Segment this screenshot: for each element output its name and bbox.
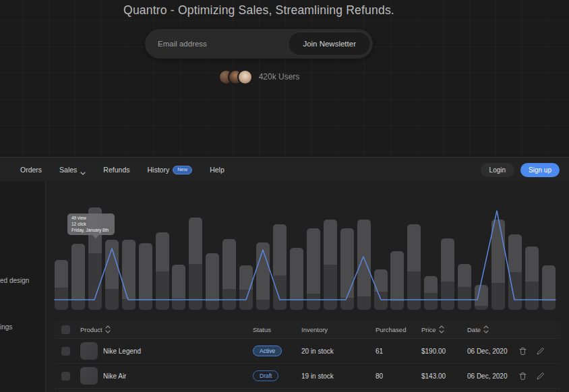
users-count-label: 420k Users (259, 72, 300, 81)
table-row: Nike LegendActive20 in stock61$190.0006 … (55, 339, 560, 364)
inventory-cell: 19 in stock (301, 372, 376, 380)
nav-item-label: Orders (20, 166, 42, 174)
nav-item-sales[interactable]: Sales (59, 166, 86, 174)
column-header-label: Price (421, 326, 436, 333)
column-header-label: Status (253, 326, 271, 333)
column-header-date[interactable]: Date (467, 325, 518, 335)
column-header-purchased: Purchased (376, 326, 421, 333)
signup-button[interactable]: Sign up (520, 163, 560, 177)
sort-icon[interactable] (105, 325, 111, 335)
nav-item-label: Sales (59, 166, 77, 174)
tooltip-date: Friday, January 8th (71, 228, 111, 234)
select-all-checkbox[interactable] (61, 325, 70, 334)
price-cell: $143.00 (421, 372, 467, 380)
nav-item-history[interactable]: HistoryNew (147, 166, 192, 174)
header-cell-checkbox (55, 325, 80, 334)
column-header-label: Purchased (376, 326, 406, 333)
navbar: OrdersSalesRefundsHistoryNewHelp Login S… (0, 157, 569, 182)
column-header-status: Status (253, 326, 301, 333)
nav-items: OrdersSalesRefundsHistoryNewHelp (20, 166, 224, 174)
sidebar-clipped-text: ed design (0, 277, 29, 284)
nav-item-refunds[interactable]: Refunds (103, 166, 129, 174)
product-cell: Nike Air (80, 367, 253, 385)
products-table: ProductStatusInventoryPurchasedPriceDate… (55, 321, 560, 392)
row-checkbox[interactable] (61, 347, 70, 356)
inventory-cell: 20 in stock (301, 348, 376, 355)
social-proof: 420k Users (0, 68, 518, 86)
column-header-inventory: Inventory (301, 326, 376, 333)
row-checkbox-cell (55, 347, 80, 356)
status-cell: Draft (253, 370, 301, 381)
column-header-label: Product (80, 326, 102, 333)
login-button[interactable]: Login (481, 163, 514, 177)
avatar-stack (218, 69, 253, 85)
status-badge: Active (253, 346, 282, 356)
status-badge: Draft (253, 370, 278, 381)
table-body: Nike LegendActive20 in stock61$190.0006 … (55, 339, 560, 389)
join-newsletter-button[interactable]: Join Newsletter (288, 32, 371, 56)
sort-icon[interactable] (483, 325, 489, 335)
nav-item-orders[interactable]: Orders (20, 166, 42, 174)
left-sidebar: ed design ings (0, 182, 46, 392)
dashboard-main: 49 view 12 click Friday, January 8th Pro… (46, 182, 569, 392)
edit-icon[interactable] (536, 372, 545, 381)
table-header-row: ProductStatusInventoryPurchasedPriceDate (55, 321, 560, 339)
date-cell: 06 Dec, 2020 (467, 348, 518, 355)
nav-item-help[interactable]: Help (210, 166, 224, 174)
nav-item-label: Help (210, 166, 224, 174)
sidebar-clipped-text: ings (0, 323, 12, 331)
column-header-price[interactable]: Price (421, 325, 467, 335)
row-checkbox[interactable] (61, 372, 70, 381)
purchased-cell: 80 (376, 372, 421, 380)
delete-icon[interactable] (518, 347, 527, 356)
dashboard-section: ed design ings 49 view 12 click Friday, … (0, 182, 569, 392)
column-header-label: Date (467, 326, 481, 333)
product-thumbnail (80, 367, 98, 385)
date-cell: 06 Dec, 2020 (467, 372, 518, 380)
edit-icon[interactable] (536, 347, 545, 356)
new-badge: New (173, 166, 192, 174)
status-cell: Active (253, 346, 301, 356)
product-name: Nike Legend (103, 348, 141, 355)
tooltip-clicks: 12 click (71, 222, 111, 228)
table-partial-row (55, 389, 560, 392)
chart-line (55, 189, 556, 310)
product-thumbnail (80, 342, 98, 360)
price-cell: $190.00 (421, 348, 467, 355)
column-header-product[interactable]: Product (80, 325, 253, 335)
analytics-chart: 49 view 12 click Friday, January 8th (55, 189, 556, 310)
hero-section: Quantro - Optimizing Sales, Streamlining… (0, 0, 569, 157)
sort-icon[interactable] (439, 325, 444, 335)
avatar (237, 69, 253, 85)
nav-right: Login Sign up (481, 163, 560, 177)
nav-item-label: History (147, 166, 169, 174)
purchased-cell: 61 (376, 348, 421, 355)
row-checkbox-cell (55, 372, 80, 381)
page-title: Quantro - Optimizing Sales, Streamlining… (0, 3, 518, 18)
table-row: Nike AirDraft19 in stock80$143.0006 Dec,… (55, 364, 560, 389)
newsletter-form: Join Newsletter (145, 29, 373, 59)
nav-item-label: Refunds (103, 166, 129, 174)
chart-tooltip: 49 view 12 click Friday, January 8th (67, 214, 115, 235)
chevron-down-icon (80, 168, 86, 172)
tooltip-views: 49 view (71, 216, 111, 222)
column-header-label: Inventory (301, 326, 328, 333)
actions-cell (518, 372, 560, 381)
product-cell: Nike Legend (80, 342, 253, 360)
delete-icon[interactable] (518, 372, 527, 381)
product-name: Nike Air (103, 372, 126, 380)
actions-cell (518, 347, 560, 356)
